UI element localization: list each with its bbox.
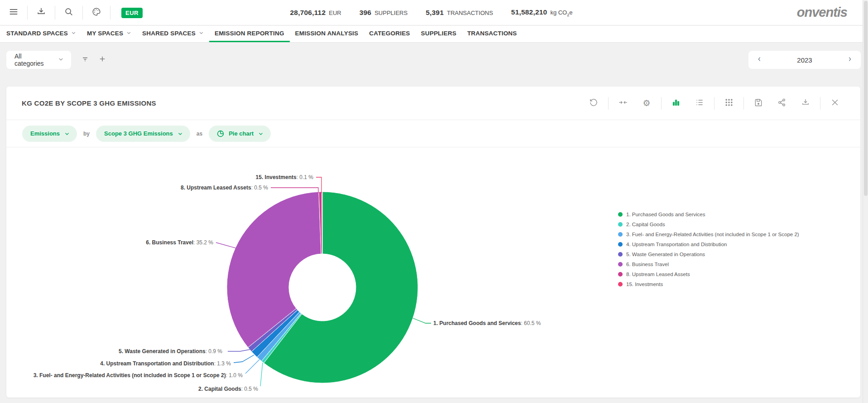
tab-label: CATEGORIES [369, 30, 410, 37]
tab-label: SHARED SPACES [142, 30, 196, 37]
callout-label: 6. Business Travel [146, 239, 193, 246]
legend-item[interactable]: 15. Investments [618, 282, 799, 287]
legend-label: 6. Business Travel [626, 262, 669, 267]
chevron-down-icon [126, 30, 131, 37]
callout-label: 3. Fuel- and Energy-Related Activities (… [34, 372, 226, 379]
pie-chart-area: 15. Investments: 0.1 % 8. Upstream Lease… [6, 147, 860, 397]
callout-label: 5. Waste Generated in Operations [119, 348, 206, 354]
callout-value: : 60.5 % [521, 320, 541, 326]
legend-dot [618, 222, 623, 227]
legend-label: 5. Waste Generated in Operations [626, 252, 705, 257]
legend-dot [618, 262, 623, 267]
stat-transactions: 5,391 TRANSACTIONS [426, 9, 493, 17]
onventis-logo: onventis [797, 5, 847, 20]
tab-my-spaces[interactable]: MY SPACES [82, 26, 137, 42]
callout-label: 4. Upstream Transportation and Distribut… [100, 360, 214, 367]
tab-shared-spaces[interactable]: SHARED SPACES [137, 26, 209, 42]
tab-label: TRANSACTIONS [467, 30, 517, 37]
tab-label: EMISSION REPORTING [215, 30, 284, 37]
callout-value: : 0.9 % [206, 348, 222, 354]
stat-value: 5,391 [426, 9, 444, 17]
legend-label: 15. Investments [626, 282, 663, 287]
year-selector: 2023 [748, 51, 861, 69]
callout-upstream-transportation: 4. Upstream Transportation and Distribut… [100, 360, 231, 367]
download-icon [36, 7, 46, 19]
callout-label: 2. Capital Goods [198, 386, 241, 392]
tab-emission-reporting[interactable]: EMISSION REPORTING [209, 26, 290, 42]
callout-business-travel: 6. Business Travel: 35.2 % [146, 239, 213, 246]
report-card: KG CO2E BY SCOPE 3 GHG EMISSIONS ⚙ [6, 87, 860, 398]
legend-item[interactable]: 8. Upstream Leased Assets [618, 272, 799, 277]
tab-transactions[interactable]: TRANSACTIONS [462, 26, 523, 42]
tab-label: SUPPLIERS [421, 30, 456, 37]
add-widget-button[interactable] [94, 55, 111, 65]
plus-icon [98, 55, 106, 65]
divider [110, 6, 110, 19]
chart-legend: 1. Purchased Goods and Services 2. Capit… [618, 212, 799, 287]
stat-suppliers: 396 SUPPLIERS [360, 9, 408, 17]
callout-value: : 1.0 % [226, 372, 243, 379]
palette-icon [91, 7, 101, 19]
currency-badge[interactable]: EUR [121, 8, 143, 18]
category-filter-dropdown[interactable]: All categories [6, 51, 71, 69]
callout-fuel-energy: 3. Fuel- and Energy-Related Activities (… [34, 372, 243, 379]
theme-button[interactable] [83, 7, 110, 19]
callout-upstream-leased-assets: 8. Upstream Leased Assets: 0.5 % [181, 185, 268, 191]
legend-dot [618, 272, 623, 277]
legend-item[interactable]: 3. Fuel- and Energy-Related Activities (… [618, 232, 799, 237]
legend-dot [618, 252, 623, 257]
callout-waste-generated: 5. Waste Generated in Operations: 0.9 % [119, 348, 222, 354]
category-filter-value: All categories [14, 53, 51, 67]
scrollbar-track[interactable] [863, 0, 868, 403]
export-button[interactable] [28, 7, 55, 19]
year-value: 2023 [797, 56, 812, 64]
filter-button[interactable] [77, 54, 94, 65]
stat-value: 28,706,112 [290, 9, 326, 17]
tab-emission-analysis[interactable]: EMISSION ANALYSIS [290, 26, 364, 42]
tab-categories[interactable]: CATEGORIES [364, 26, 415, 42]
callout-value: : 0.1 % [297, 174, 313, 180]
legend-dot [618, 282, 623, 286]
main-nav: STANDARD SPACES MY SPACES SHARED SPACES … [0, 26, 863, 43]
callout-capital-goods: 2. Capital Goods: 0.5 % [198, 386, 258, 392]
callout-label: 15. Investments [256, 174, 297, 180]
previous-year-button[interactable] [757, 56, 762, 64]
legend-item[interactable]: 4. Upstream Transportation and Distribut… [618, 242, 799, 247]
callout-label: 8. Upstream Leased Assets [181, 185, 251, 191]
legend-item[interactable]: 5. Waste Generated in Operations [618, 252, 799, 257]
legend-item[interactable]: 6. Business Travel [618, 262, 799, 267]
legend-label: 2. Capital Goods [626, 222, 665, 227]
stat-value: 51,582,210 [511, 8, 547, 16]
stat-label: TRANSACTIONS [447, 10, 493, 16]
stat-label: kg CO2e [550, 9, 572, 17]
search-button[interactable] [55, 7, 82, 19]
stat-emissions: 51,582,210 kg CO2e [511, 8, 573, 17]
legend-label: 8. Upstream Leased Assets [626, 272, 690, 277]
donut [227, 192, 418, 383]
callout-value: : 35.2 % [193, 239, 213, 246]
tab-label: EMISSION ANALYSIS [295, 30, 359, 37]
chevron-down-icon [199, 30, 204, 37]
tab-suppliers[interactable]: SUPPLIERS [416, 26, 462, 42]
top-bar: EUR 28,706,112 EUR 396 SUPPLIERS 5,391 T… [0, 0, 863, 25]
tab-label: STANDARD SPACES [6, 30, 68, 37]
legend-item[interactable]: 2. Capital Goods [618, 222, 799, 227]
legend-label: 4. Upstream Transportation and Distribut… [626, 242, 727, 247]
callout-investments: 15. Investments: 0.1 % [256, 174, 313, 180]
summary-stats: 28,706,112 EUR 396 SUPPLIERS 5,391 TRANS… [290, 0, 573, 25]
menu-button[interactable] [0, 7, 27, 19]
tab-standard-spaces[interactable]: STANDARD SPACES [6, 26, 82, 42]
legend-dot [618, 212, 623, 217]
chevron-down-icon [71, 30, 76, 37]
callout-purchased-goods: 1. Purchased Goods and Services: 60.5 % [433, 320, 541, 326]
legend-label: 1. Purchased Goods and Services [626, 212, 705, 217]
next-year-button[interactable] [847, 56, 853, 64]
legend-item[interactable]: 1. Purchased Goods and Services [618, 212, 799, 217]
legend-dot [618, 242, 623, 247]
stat-label: SUPPLIERS [374, 10, 408, 16]
search-icon [64, 7, 74, 19]
chevron-down-icon [58, 56, 64, 63]
legend-label: 3. Fuel- and Energy-Related Activities (… [626, 232, 799, 237]
stat-spend: 28,706,112 EUR [290, 9, 341, 17]
scrollbar-thumb[interactable] [864, 1, 868, 196]
